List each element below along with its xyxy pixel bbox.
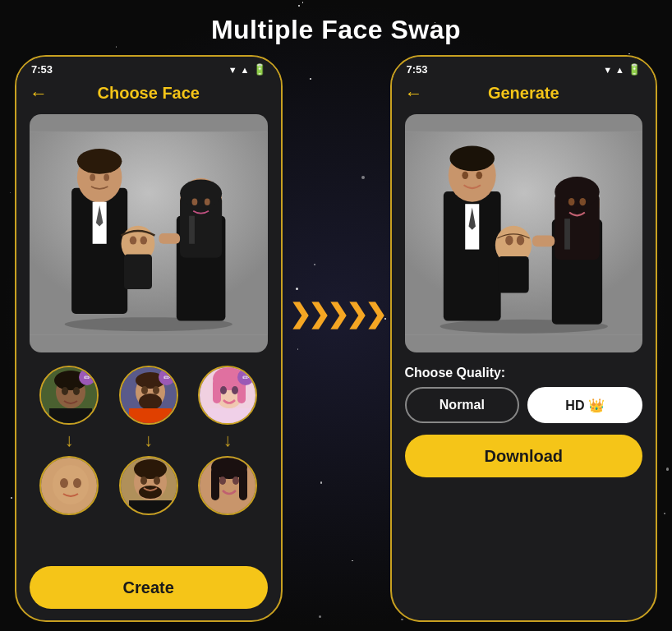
down-arrow-3: ↓ [223,430,232,451]
face-pair-1: ✏ ↓ [39,366,99,515]
svg-point-7 [104,174,109,182]
svg-point-66 [449,146,494,172]
signal-icon: ▼ [228,65,237,75]
svg-rect-38 [129,408,172,425]
phones-container: 7:53 ▼ ▲ 🔋 ← Choose Face [0,55,672,622]
left-family-photo-svg [30,114,268,352]
svg-point-60 [232,477,239,485]
right-time: 7:53 [407,63,428,76]
battery-icon-right: 🔋 [628,63,641,76]
source-face-1[interactable]: ✏ [39,366,99,425]
svg-rect-49 [213,379,221,403]
svg-point-31 [73,478,81,488]
edit-badge-2[interactable]: ✏ [159,369,175,385]
wifi-icon: ▲ [241,65,250,75]
svg-point-18 [192,198,198,205]
svg-point-41 [134,459,167,479]
svg-point-52 [232,386,238,394]
svg-point-19 [205,198,210,205]
svg-point-43 [140,477,147,485]
svg-rect-58 [239,467,247,500]
down-arrow-2: ↓ [144,430,153,451]
svg-point-42 [139,486,162,499]
target-face-3 [198,456,257,515]
right-nav-title: Generate [488,84,559,103]
quality-label: Choose Quality: [405,366,643,380]
svg-point-37 [153,386,159,394]
right-status-bar: 7:53 ▼ ▲ 🔋 [392,57,656,79]
svg-rect-27 [49,408,92,425]
svg-point-5 [77,149,122,174]
create-button[interactable]: Create [30,566,268,609]
normal-quality-label: Normal [440,398,485,412]
svg-point-26 [73,387,80,395]
svg-point-25 [62,387,68,395]
left-time: 7:53 [31,63,53,76]
source-face-2[interactable]: ✏ [119,366,178,425]
quality-section: Choose Quality: Normal HD 👑 [392,357,656,428]
svg-point-36 [141,386,148,394]
svg-rect-57 [211,467,219,500]
svg-point-44 [154,477,160,485]
signal-icon-right: ▼ [603,65,612,75]
svg-rect-11 [124,255,152,290]
wifi-icon-right: ▲ [615,65,624,75]
target-face-2 [119,456,178,515]
quality-options: Normal HD 👑 [405,387,643,423]
svg-point-13 [140,236,148,244]
svg-point-12 [130,236,137,244]
svg-point-79 [568,198,574,205]
target-face-1 [39,456,99,515]
left-back-button[interactable]: ← [30,83,48,104]
svg-rect-20 [189,216,195,244]
face-mapping: ✏ ↓ [16,357,281,560]
svg-point-80 [579,198,586,205]
arrow-between: ❯❯❯❯❯ [283,298,390,329]
svg-rect-53 [208,408,251,425]
right-main-photo [405,114,643,352]
forward-arrows-icon: ❯❯❯❯❯ [289,298,384,329]
hd-quality-label: HD 👑 [565,398,605,413]
right-family-photo-svg [405,114,643,352]
svg-point-35 [139,394,162,410]
right-status-icons: ▼ ▲ 🔋 [603,63,641,76]
normal-quality-button[interactable]: Normal [405,387,520,423]
left-nav-title: Choose Face [98,84,200,103]
svg-point-51 [220,386,227,394]
svg-rect-81 [564,219,570,249]
right-nav-bar: ← Generate [392,79,656,109]
svg-point-74 [516,236,523,246]
svg-rect-72 [498,256,528,292]
svg-point-30 [60,478,68,488]
face-pair-3: ✏ ↓ [198,366,257,515]
svg-rect-45 [129,500,172,515]
left-status-bar: 7:53 ▼ ▲ 🔋 [16,57,281,79]
left-phone: 7:53 ▼ ▲ 🔋 ← Choose Face [15,55,283,622]
svg-point-29 [53,465,89,504]
svg-rect-82 [532,236,554,247]
face-pair-2: ✏ ↓ [119,366,178,515]
right-back-button[interactable]: ← [405,83,423,104]
svg-rect-21 [159,233,181,244]
svg-point-67 [462,172,468,179]
hd-quality-button[interactable]: HD 👑 [527,387,642,423]
create-button-label: Create [123,578,174,597]
svg-point-6 [90,174,95,182]
source-face-3[interactable]: ✏ [198,366,257,425]
left-status-icons: ▼ ▲ 🔋 [228,63,266,76]
download-button-label: Download [484,447,563,466]
right-phone: 7:53 ▼ ▲ 🔋 ← Generate [390,55,658,622]
svg-point-73 [505,236,513,246]
svg-point-17 [180,179,222,207]
left-nav-bar: ← Choose Face [16,79,281,109]
battery-icon: 🔋 [253,63,266,76]
svg-point-78 [555,177,599,207]
svg-point-59 [219,477,226,485]
download-button[interactable]: Download [405,435,643,477]
left-main-photo [30,114,268,352]
svg-point-68 [476,172,482,179]
down-arrow-1: ↓ [65,430,74,451]
page-title: Multiple Face Swap [0,0,672,55]
